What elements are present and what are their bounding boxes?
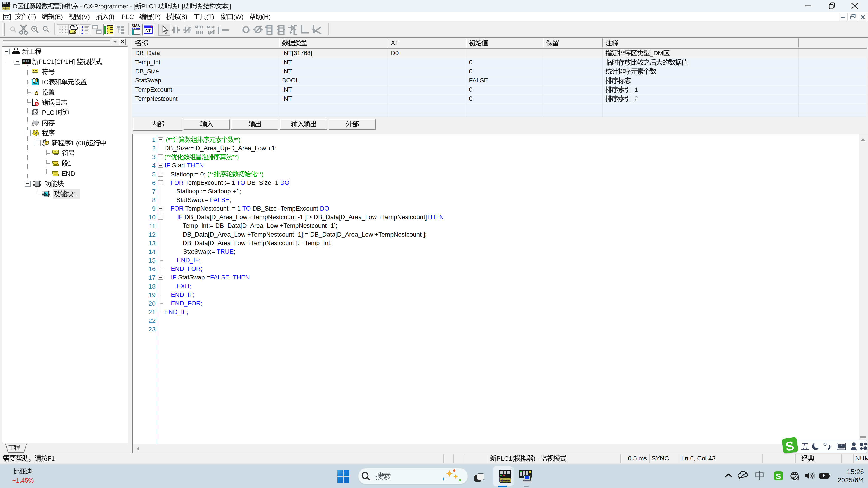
svg-text:w: w — [73, 25, 75, 28]
svg-text:S: S — [45, 192, 47, 196]
svg-text:SMA: SMA — [131, 24, 140, 28]
